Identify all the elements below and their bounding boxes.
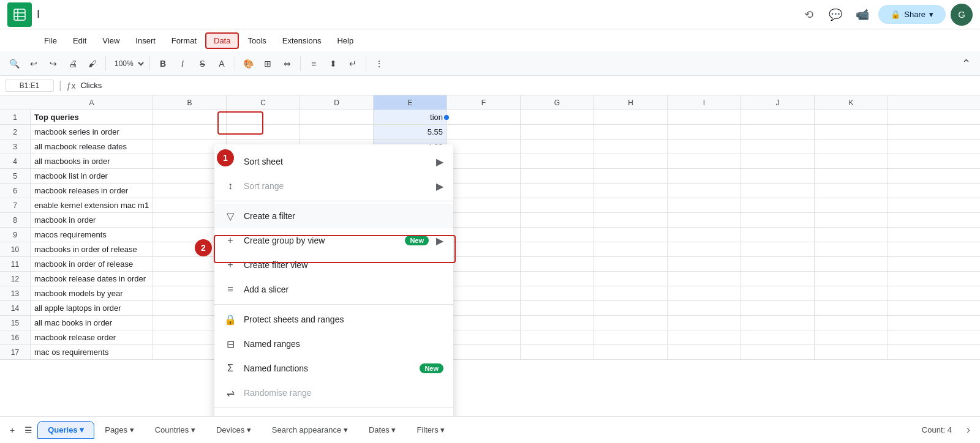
sheet-tab-search-appearance[interactable]: Search appearance ▾ xyxy=(262,421,358,439)
strikethrough-button[interactable]: S̶ xyxy=(193,54,211,73)
formula-input[interactable]: Clicks xyxy=(80,81,975,90)
sheet-tab-dates[interactable]: Dates ▾ xyxy=(358,421,407,439)
video-button[interactable]: 📹 xyxy=(851,4,873,26)
col-header-f: F xyxy=(447,95,521,110)
cell-reference[interactable]: B1:E1 xyxy=(5,80,54,92)
comment-button[interactable]: 💬 xyxy=(824,4,846,26)
create-filter-item[interactable]: ▽ Create a filter xyxy=(214,204,453,228)
sort-sheet-item[interactable]: ↕ Sort sheet ▶ xyxy=(214,149,453,174)
filter-icon: ▽ xyxy=(224,210,236,222)
menu-divider-1 xyxy=(214,201,453,201)
fill-color-button[interactable]: 🎨 xyxy=(239,54,257,73)
bold-button[interactable]: B xyxy=(154,54,172,73)
valign-button[interactable]: ⬍ xyxy=(324,54,342,73)
plus-group-icon: + xyxy=(224,234,236,247)
table-row: 9macos requirements6.37 xyxy=(0,228,980,242)
sheet-tab-queries[interactable]: Queries ▾ xyxy=(37,421,94,439)
table-row: 12macbook release dates in order5.09 xyxy=(0,272,980,286)
sort-range-label: Sort range xyxy=(244,181,429,191)
sort-sheet-arrow: ▶ xyxy=(436,156,443,168)
col-header-j: J xyxy=(741,95,815,110)
add-slicer-label: Add a slicer xyxy=(244,285,443,294)
col-header-c: C xyxy=(227,95,300,110)
named-functions-item[interactable]: Σ Named functions New xyxy=(214,356,453,381)
table-row: 8macbook in order7.28 xyxy=(0,213,980,228)
merge-button[interactable]: ⇔ xyxy=(278,54,296,73)
menu-view[interactable]: View xyxy=(95,34,127,48)
table-row: 15all mac books in order5.78 xyxy=(0,316,980,330)
add-slicer-item[interactable]: ≡ Add a slicer xyxy=(214,277,453,302)
history-button[interactable]: ⟲ xyxy=(797,4,820,26)
create-group-item[interactable]: + Create group by view New ▶ xyxy=(214,228,453,253)
toolbar-separator-5 xyxy=(366,56,366,71)
search-button[interactable]: 🔍 xyxy=(5,54,23,73)
formula-separator: | xyxy=(59,79,62,92)
lock-menu-icon: 🔒 xyxy=(224,313,236,326)
wrap-button[interactable]: ↵ xyxy=(344,54,362,73)
menu-bar: File Edit View Insert Format Data Tools … xyxy=(0,29,980,51)
col-header-d: D xyxy=(300,95,374,110)
table-row: 11macbook in order of release5.32 xyxy=(0,257,980,272)
italic-button[interactable]: I xyxy=(173,54,192,73)
sheet-tab-pages[interactable]: Pages ▾ xyxy=(94,421,144,439)
paint-format-button[interactable]: 🖌 xyxy=(83,54,102,73)
randomise-range-item: ⇌ Randomise range xyxy=(214,381,453,405)
undo-button[interactable]: ↩ xyxy=(24,54,43,73)
font-color-button[interactable]: A xyxy=(213,54,231,73)
cell-e1[interactable]: tion xyxy=(374,110,447,124)
cell-d1[interactable] xyxy=(300,110,374,124)
menu-tools[interactable]: Tools xyxy=(240,34,273,48)
sort-range-arrow: ▶ xyxy=(436,181,443,192)
table-row: 4all macbooks in order5.27 xyxy=(0,154,980,169)
menu-help[interactable]: Help xyxy=(330,34,361,48)
sheet-menu-button[interactable]: ☰ xyxy=(20,425,37,435)
menu-divider-2 xyxy=(214,304,453,305)
toolbar-separator-3 xyxy=(235,56,235,71)
table-row: 16macbook release order5.7 xyxy=(0,330,980,345)
cell-a1[interactable]: Top queries xyxy=(31,110,153,124)
align-button[interactable]: ≡ xyxy=(304,54,323,73)
zoom-select[interactable]: 100% xyxy=(110,58,146,70)
menu-insert[interactable]: Insert xyxy=(128,34,163,48)
collapse-toolbar-button[interactable]: ⌃ xyxy=(957,54,975,73)
menu-data[interactable]: Data xyxy=(205,32,239,49)
app-logo xyxy=(7,2,32,27)
menu-format[interactable]: Format xyxy=(164,34,204,48)
data-menu-dropdown: ↕ Sort sheet ▶ ↕ Sort range ▶ ▽ Create a… xyxy=(214,144,453,416)
shuffle-icon: ⇌ xyxy=(224,387,236,399)
sheet-tab-countries[interactable]: Countries ▾ xyxy=(145,421,206,439)
borders-button[interactable]: ⊞ xyxy=(258,54,277,73)
named-functions-badge: New xyxy=(420,363,443,373)
create-filter-view-item[interactable]: + Create filter view xyxy=(214,253,453,277)
table-row: 14all apple laptops in order6.99 xyxy=(0,301,980,316)
named-ranges-item[interactable]: ⊟ Named ranges xyxy=(214,332,453,356)
cell-i1 xyxy=(668,110,741,124)
protect-sheets-label: Protect sheets and ranges xyxy=(244,315,443,324)
toolbar: 🔍 ↩ ↪ 🖨 🖌 100% B I S̶ A 🎨 ⊞ ⇔ ≡ ⬍ ↵ ⋮ ⌃ xyxy=(0,51,980,76)
svg-rect-0 xyxy=(14,9,25,20)
fx-icon: ƒx xyxy=(67,81,76,91)
collapse-side-button[interactable]: › xyxy=(962,423,975,436)
share-button[interactable]: 🔒 Share ▾ xyxy=(878,5,946,24)
more-button[interactable]: ⋮ xyxy=(370,54,388,73)
menu-edit[interactable]: Edit xyxy=(66,34,94,48)
sheet-tab-devices[interactable]: Devices ▾ xyxy=(206,421,262,439)
main-area: A B C D E F G H I J K 1 Top queries tion xyxy=(0,95,980,416)
column-headers: A B C D E F G H I J K xyxy=(0,95,980,110)
formula-bar: B1:E1 | ƒx Clicks xyxy=(0,76,980,95)
table-row: 1 Top queries tion xyxy=(0,110,980,125)
sheet-tab-filters[interactable]: Filters ▾ xyxy=(406,421,455,439)
cell-b1[interactable] xyxy=(153,110,227,124)
menu-file[interactable]: File xyxy=(37,34,64,48)
column-stats-item[interactable]: 💡 Column stats xyxy=(214,411,453,416)
print-button[interactable]: 🖨 xyxy=(64,54,82,73)
add-sheet-button[interactable]: + xyxy=(5,425,20,435)
redo-button[interactable]: ↪ xyxy=(44,54,62,73)
col-header-e: E xyxy=(374,95,447,110)
menu-extensions[interactable]: Extensions xyxy=(275,34,329,48)
protect-sheets-item[interactable]: 🔒 Protect sheets and ranges xyxy=(214,307,453,332)
col-header-b: B xyxy=(153,95,227,110)
cell-c1[interactable] xyxy=(227,110,300,124)
create-group-arrow: ▶ xyxy=(436,235,443,247)
table-icon: ⊟ xyxy=(224,338,236,350)
